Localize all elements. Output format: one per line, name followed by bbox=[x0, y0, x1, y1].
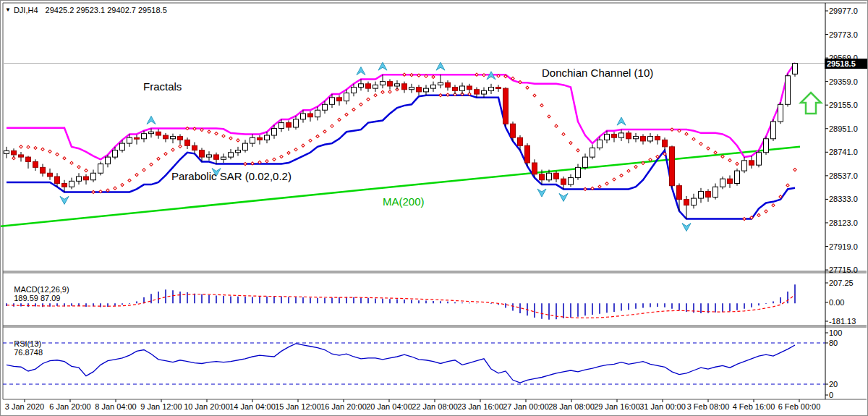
time-axis-label: 15 Jan 12:00 bbox=[275, 402, 321, 411]
time-axis-label: 6 Feb 00:00 bbox=[778, 402, 821, 411]
price-axis-label: 29977.0 bbox=[829, 7, 858, 15]
time-axis-label: 6 Jan 20:00 bbox=[49, 402, 91, 411]
fractals-annotation[interactable]: Fractals bbox=[143, 80, 182, 93]
time-axis-label: 14 Jan 04:00 bbox=[229, 402, 276, 411]
time-axis-label: 3 Jan 2020 bbox=[5, 402, 44, 411]
rsi-indicator-value: 76.8748 bbox=[14, 348, 43, 357]
time-axis-label: 31 Jan 00:00 bbox=[639, 402, 686, 411]
time-axis-label: 29 Jan 16:00 bbox=[594, 402, 640, 411]
fractal-down-arrow-icon bbox=[537, 189, 546, 197]
chart-header: ▼ DJI,H4 29425.2 29523.1 29402.7 29518.5 bbox=[5, 6, 167, 14]
rsi-axis-label: 20 bbox=[829, 380, 838, 389]
price-axis-label: 29155.0 bbox=[829, 101, 858, 109]
macd-axis-label: 207.25 bbox=[829, 279, 854, 287]
donchian-annotation[interactable]: Donchian Channel (10) bbox=[542, 67, 653, 79]
rsi-line[interactable] bbox=[7, 344, 795, 383]
time-axis-label: 16 Jan 20:00 bbox=[320, 402, 367, 411]
macd-axis-label: -181.13 bbox=[829, 317, 856, 326]
time-axis-label: 4 Feb 16:00 bbox=[733, 402, 775, 411]
symbol-label: DJI,H4 bbox=[14, 6, 38, 14]
macd-panel-label: MACD(12,26,9) 189.59 87.09 bbox=[5, 276, 69, 311]
price-axis-label: 28537.0 bbox=[829, 171, 858, 180]
time-axis-label: 28 Jan 08:00 bbox=[548, 402, 595, 411]
price-axis-label: 28123.0 bbox=[829, 218, 858, 227]
time-axis-label: 10 Jan 20:00 bbox=[184, 402, 230, 411]
price-axis-label: 29359.0 bbox=[829, 77, 858, 86]
rsi-axis-label: 80 bbox=[829, 339, 838, 347]
fractal-up-arrow-icon bbox=[147, 116, 156, 124]
fractal-down-arrow-icon bbox=[559, 193, 568, 201]
rsi-axis-label: 100 bbox=[829, 328, 842, 337]
fractal-down-arrow-icon bbox=[682, 224, 691, 232]
macd-axis-label: 0.00 bbox=[829, 298, 844, 307]
fractal-up-arrow-icon bbox=[357, 67, 365, 75]
parabolic-sar-annotation[interactable]: Parabolic SAR (0.02,0.2) bbox=[171, 170, 292, 182]
ma200-annotation[interactable]: MA(200) bbox=[383, 195, 425, 208]
axis-ticks bbox=[25, 11, 828, 402]
panel-frames bbox=[3, 3, 867, 399]
current-price-tag: 29518.5 bbox=[825, 59, 867, 69]
time-axis-label: 9 Jan 12:00 bbox=[140, 402, 182, 411]
time-axis-label: 8 Jan 04:00 bbox=[95, 402, 137, 411]
time-axis-label: 20 Jan 04:00 bbox=[366, 402, 412, 411]
macd-indicator-values: 189.59 87.09 bbox=[14, 294, 60, 302]
price-axis-label: 27715.0 bbox=[829, 266, 858, 274]
time-axis-label: 22 Jan 08:00 bbox=[412, 402, 458, 411]
rsi-indicator-name: RSI(13) bbox=[14, 339, 41, 348]
price-axis-label: 29773.0 bbox=[829, 30, 858, 39]
price-axis-label: 28951.0 bbox=[829, 124, 858, 133]
macd-indicator-name: MACD(12,26,9) bbox=[14, 285, 69, 294]
macd-signal-line bbox=[7, 294, 795, 318]
rsi-panel-label: RSI(13) 76.8748 bbox=[5, 331, 43, 365]
fractal-down-arrow-icon bbox=[60, 196, 69, 204]
price-axis-label: 28333.0 bbox=[829, 195, 858, 203]
chart-canvas[interactable] bbox=[1, 1, 868, 416]
time-axis-label: 23 Jan 16:00 bbox=[457, 402, 503, 411]
trend-up-arrow-icon[interactable] bbox=[801, 93, 821, 114]
quote-ohlc-values: 29425.2 29523.1 29402.7 29518.5 bbox=[46, 6, 167, 14]
rsi-axis-label: 0 bbox=[829, 391, 833, 399]
time-axis-label: 27 Jan 00:00 bbox=[503, 402, 549, 411]
symbol-dropdown-icon[interactable]: ▼ bbox=[5, 7, 11, 13]
price-axis-label: 27919.0 bbox=[829, 242, 858, 251]
price-axis-label: 28741.0 bbox=[829, 148, 858, 156]
fractal-up-arrow-icon bbox=[617, 117, 626, 125]
time-axis-label: 3 Feb 08:00 bbox=[687, 402, 730, 411]
macd-histogram[interactable] bbox=[7, 284, 795, 319]
chart-window: ▼ DJI,H4 29425.2 29523.1 29402.7 29518.5… bbox=[0, 0, 868, 416]
